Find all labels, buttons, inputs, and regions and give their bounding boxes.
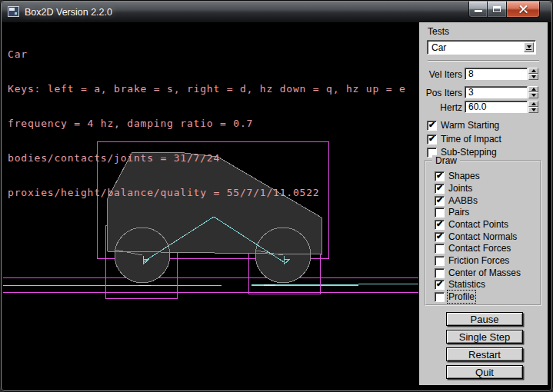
vel-iters-label: Vel Iters	[419, 69, 462, 80]
checkbox-label: Shapes	[448, 171, 480, 181]
checkbox-box	[435, 292, 445, 302]
arrow-up-icon	[531, 69, 536, 72]
minimize-button[interactable]	[468, 2, 488, 18]
checkbox-time-of-impact[interactable]: Time of Impact	[427, 134, 501, 145]
hud-text: Car Keys: left = a, brake = s, right = d…	[8, 25, 406, 221]
titlebar[interactable]: Box2D Version 2.2.0	[2, 2, 551, 22]
quit-button[interactable]: Quit	[446, 365, 523, 379]
checkbox-label: Profile	[448, 291, 475, 302]
pause-button[interactable]: Pause	[446, 312, 523, 326]
dropdown-underline	[526, 49, 531, 50]
control-panel: Tests Car Vel Iters Pos Iters Hertz	[419, 22, 548, 385]
vel-iters-input[interactable]	[465, 68, 528, 80]
checkbox-box	[435, 171, 445, 181]
chevron-down-icon	[527, 45, 531, 48]
spinner-down-button[interactable]	[528, 92, 538, 98]
maximize-icon	[493, 6, 501, 12]
checkbox-box	[427, 135, 437, 145]
app-window: Box2D Version 2.2.0	[0, 0, 553, 392]
checkbox-joints[interactable]: Joints	[435, 183, 472, 194]
arrow-down-icon	[531, 108, 536, 111]
checkbox-profile[interactable]: Profile	[435, 291, 475, 302]
hud-line: Keys: left = a, brake = s, right = d, hz…	[8, 83, 406, 95]
spinner-up-button[interactable]	[528, 86, 538, 92]
checkbox-box	[435, 220, 445, 230]
app-icon-detail	[9, 8, 15, 11]
draw-group-title: Draw	[432, 155, 460, 166]
spinner-up-button[interactable]	[528, 68, 538, 74]
checkbox-box	[435, 244, 445, 254]
hud-line: Car	[8, 48, 406, 60]
checkbox-box	[435, 184, 445, 194]
checkbox-label: Time of Impact	[441, 134, 501, 145]
checkbox-contact-forces[interactable]: Contact Forces	[435, 243, 511, 254]
checkbox-warm-starting[interactable]: Warm Starting	[427, 120, 499, 131]
restart-button[interactable]: Restart	[446, 347, 523, 361]
checkbox-box	[427, 121, 437, 131]
arrow-up-icon	[531, 88, 536, 91]
close-button[interactable]	[506, 2, 540, 18]
checkbox-label: Pairs	[448, 207, 469, 218]
hud-line: bodies/contacts/joints = 31/7/24	[8, 152, 406, 164]
caption-buttons	[468, 2, 540, 18]
simulation-canvas[interactable]: Car Keys: left = a, brake = s, right = d…	[2, 22, 419, 385]
checkbox-label: Contact Normals	[448, 231, 517, 242]
hertz-label: Hertz	[419, 102, 462, 113]
checkbox-center-of-masses[interactable]: Center of Masses	[435, 267, 521, 278]
checkbox-label: Friction Forces	[448, 255, 509, 266]
maximize-button[interactable]	[488, 2, 506, 18]
checkbox-box	[435, 232, 445, 242]
pos-iters-label: Pos Iters	[419, 88, 462, 98]
app-icon-detail	[15, 12, 17, 15]
arrow-down-icon	[531, 94, 536, 97]
checkbox-shapes[interactable]: Shapes	[435, 171, 480, 181]
app-icon[interactable]	[8, 6, 19, 17]
checkbox-label: Warm Starting	[441, 120, 499, 131]
tests-dropdown[interactable]: Car	[427, 40, 536, 55]
vel-iters-spinner	[528, 68, 538, 80]
hud-line: frequency = 4 hz, damping ratio = 0.7	[8, 118, 406, 129]
close-icon	[518, 5, 528, 15]
tests-dropdown-value: Car	[428, 42, 535, 53]
hud-line: proxies/height/balance/quality = 55/7/1/…	[8, 187, 406, 198]
checkbox-box	[435, 280, 445, 290]
window-title: Box2D Version 2.2.0	[25, 2, 112, 22]
minimize-icon	[475, 10, 482, 12]
checkbox-label: Joints	[448, 183, 472, 194]
pos-iters-input[interactable]	[465, 86, 528, 98]
spinner-up-button[interactable]	[528, 101, 538, 107]
arrow-up-icon	[531, 102, 536, 105]
arrow-down-icon	[531, 75, 536, 78]
hertz-input[interactable]	[465, 101, 528, 113]
separator	[428, 60, 539, 61]
checkbox-label: Statistics	[448, 279, 485, 290]
checkbox-contact-points[interactable]: Contact Points	[435, 219, 508, 230]
checkbox-box	[435, 268, 445, 278]
checkbox-box	[435, 256, 445, 266]
tests-label: Tests	[428, 26, 449, 37]
checkbox-contact-normals[interactable]: Contact Normals	[435, 231, 517, 242]
checkbox-pairs[interactable]: Pairs	[435, 207, 469, 218]
checkbox-aabbs[interactable]: AABBs	[435, 195, 478, 206]
spinner-down-button[interactable]	[528, 74, 538, 80]
checkbox-box	[435, 196, 445, 206]
hertz-spinner	[528, 101, 538, 113]
checkbox-box	[435, 208, 445, 218]
checkbox-label: AABBs	[448, 195, 478, 206]
checkbox-friction-forces[interactable]: Friction Forces	[435, 255, 509, 266]
checkbox-statistics[interactable]: Statistics	[435, 279, 485, 290]
pos-iters-spinner	[528, 86, 538, 98]
checkbox-label: Contact Points	[448, 219, 508, 230]
checkbox-label: Contact Forces	[448, 243, 511, 254]
dropdown-arrow-button[interactable]	[524, 42, 534, 52]
single-step-button[interactable]: Single Step	[446, 330, 523, 344]
spinner-down-button[interactable]	[528, 107, 538, 113]
checkbox-label: Center of Masses	[448, 267, 521, 278]
